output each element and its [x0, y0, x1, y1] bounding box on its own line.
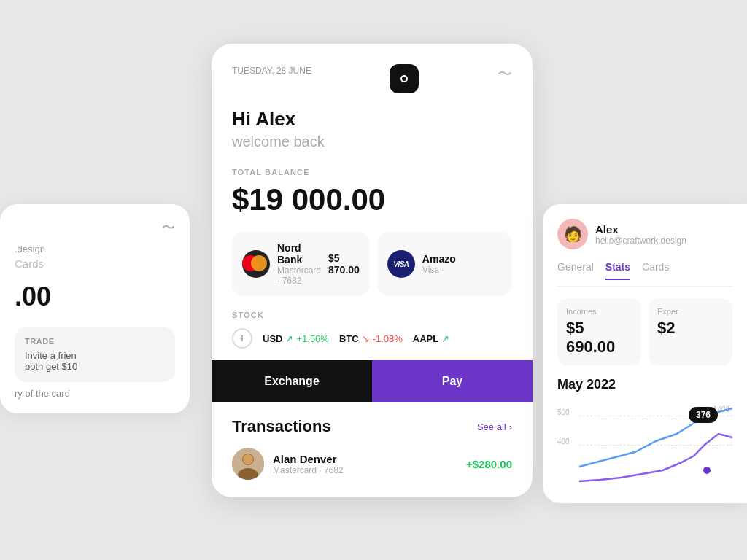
center-card: TUESDAY, 28 JUNE 〜 Hi Alex welcome back … [212, 44, 533, 497]
stock-section: STOCK + USD ↗ +1.56% BTC ↘ -1.08% AAPL ↗ [232, 311, 512, 349]
greeting-name: Hi Alex [232, 108, 512, 131]
btc-arrow: ↘ [362, 333, 370, 344]
stats-row: Incomes $5 690.00 Exper $2 [557, 298, 732, 365]
bank-info-amazon: Amazo Visa · [422, 253, 502, 275]
transactions-title: Transactions [232, 417, 331, 436]
tabs-row: General Stats Cards [557, 261, 732, 287]
usd-value: +1.56% [296, 333, 328, 344]
nord-bank-amount: $5 870.00 [328, 252, 360, 276]
transaction-info: Alan Denver Mastercard · 7682 [273, 453, 457, 475]
trade-section: TRADE Invite a frien both get $10 [15, 327, 175, 382]
chevron-right-icon: › [509, 421, 512, 432]
app-logo-dot [400, 75, 408, 82]
stock-btc: BTC ↘ -1.08% [339, 333, 403, 344]
transaction-item[interactable]: Alan Denver Mastercard · 7682 +$280.00 [232, 448, 512, 480]
balance-label: TOTAL BALANCE [232, 168, 512, 176]
incomes-value: $5 690.00 [566, 319, 632, 357]
trade-text-line2: both get $10 [25, 361, 165, 372]
transactions-header: Transactions See all › [232, 417, 512, 436]
user-avatar: 🧑 [557, 219, 588, 249]
incomes-box: Incomes $5 690.00 [557, 298, 641, 365]
left-bottom-text: ry of the card [15, 388, 175, 399]
left-card-amount: .00 [15, 281, 175, 312]
stock-row: + USD ↗ +1.56% BTC ↘ -1.08% AAPL ↗ [232, 328, 512, 349]
nord-bank-name: Nord Bank [277, 242, 321, 265]
exchange-button[interactable]: Exchange [212, 360, 372, 402]
bank-card-amazon[interactable]: VISA Amazo Visa · [377, 232, 512, 296]
left-card-label: .design [15, 244, 175, 254]
right-panel: 🧑 Alex hello@craftwork.design General St… [543, 204, 747, 503]
usd-arrow: ↗ [285, 333, 293, 344]
tab-stats[interactable]: Stats [605, 261, 630, 280]
bank-info-nord: Nord Bank Mastercard · 7682 [277, 242, 321, 286]
action-buttons: Exchange Pay [212, 360, 533, 402]
user-row: 🧑 Alex hello@craftwork.design [557, 219, 732, 249]
amazon-bank-sub: Visa · [422, 265, 502, 275]
transaction-avatar [232, 448, 264, 480]
transaction-sub: Mastercard · 7682 [273, 465, 457, 475]
left-card: 〜 .design Cards .00 TRADE Invite a frien… [0, 204, 190, 413]
expenses-box: Exper $2 [649, 298, 732, 365]
bank-card-nord[interactable]: Nord Bank Mastercard · 7682 $5 870.00 [232, 232, 370, 296]
nord-bank-sub: Mastercard · 7682 [277, 265, 321, 286]
mastercard-icon [242, 250, 270, 278]
date-text: TUESDAY, 28 JUNE [232, 64, 311, 77]
usd-ticker: USD [263, 333, 282, 344]
aapl-arrow: ↗ [441, 333, 449, 344]
balance-amount: $19 000.00 [232, 182, 512, 217]
stock-aapl: AAPL ↗ [413, 333, 449, 344]
left-card-nav: Cards [15, 257, 175, 270]
stock-label: STOCK [232, 311, 512, 319]
btc-ticker: BTC [339, 333, 359, 344]
stock-add-button[interactable]: + [232, 328, 252, 349]
grid-400-label: 400 [557, 438, 570, 446]
see-all-button[interactable]: See all › [477, 421, 512, 432]
cards-row: Nord Bank Mastercard · 7682 $5 870.00 VI… [232, 232, 512, 296]
expenses-value: $2 [657, 319, 724, 338]
stock-usd: USD ↗ +1.56% [263, 333, 329, 344]
greeting-sub: welcome back [232, 133, 512, 150]
app-logo [390, 64, 419, 93]
visa-icon: VISA [387, 250, 415, 278]
user-info: Alex hello@craftwork.design [595, 223, 686, 246]
center-header: TUESDAY, 28 JUNE 〜 [232, 64, 512, 93]
expenses-label: Exper [657, 307, 724, 316]
transaction-amount: +$280.00 [466, 458, 512, 470]
user-email: hello@craftwork.design [595, 236, 686, 246]
chart-area: 500 400 1400 376 [557, 401, 732, 489]
tooltip-bubble: 376 [689, 407, 718, 423]
tab-cards[interactable]: Cards [642, 261, 669, 280]
user-name: Alex [595, 223, 686, 236]
svg-point-3 [243, 454, 253, 464]
trend-icon: 〜 [162, 219, 175, 236]
header-trend-icon: 〜 [498, 64, 512, 84]
incomes-label: Incomes [566, 307, 632, 316]
chart-dot [703, 467, 711, 474]
btc-value: -1.08% [373, 333, 403, 344]
transaction-name: Alan Denver [273, 453, 457, 465]
amazon-bank-name: Amazo [422, 253, 502, 265]
aapl-ticker: AAPL [413, 333, 438, 344]
tab-general[interactable]: General [557, 261, 594, 280]
transactions-section: Transactions See all › Alan Denver Maste… [232, 402, 512, 497]
pay-button[interactable]: Pay [372, 360, 533, 402]
trade-text-line1: Invite a frien [25, 350, 165, 361]
trade-label: TRADE [25, 337, 165, 346]
chart-period: May 2022 [557, 377, 732, 392]
